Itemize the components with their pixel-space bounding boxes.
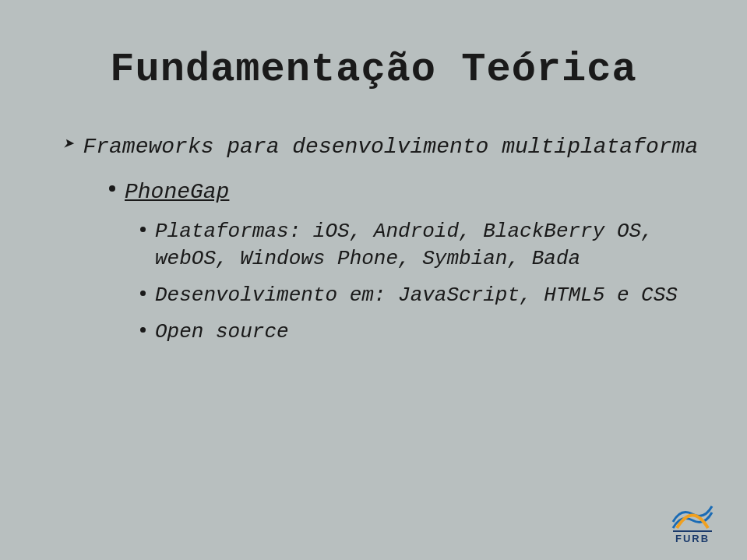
slide-title: Fundamentação Teórica xyxy=(47,47,700,93)
bullet-phonegap-text: PhoneGap xyxy=(125,178,229,207)
bullet-open-source-text: Open source xyxy=(155,319,289,346)
bullet-phonegap-marker xyxy=(109,185,115,192)
logo-text: FURB xyxy=(675,533,710,544)
bullet-desenvolvimento-marker xyxy=(140,291,146,296)
bullet-level1-marker: ➤ xyxy=(62,133,73,156)
bullet-plataformas-marker xyxy=(140,227,146,232)
sub-sub-section-phonegap: Plataformas: iOS, Android, BlackBerry OS… xyxy=(109,218,700,346)
bullet-level1-text: Frameworks para desenvolvimento multipla… xyxy=(83,132,698,162)
furb-logo: FURB xyxy=(661,498,724,544)
bullet-plataformas-text: Plataformas: iOS, Android, BlackBerry OS… xyxy=(155,218,700,273)
bullet-phonegap: PhoneGap xyxy=(109,178,700,207)
slide-content: ➤ Frameworks para desenvolvimento multip… xyxy=(47,132,700,346)
slide: Fundamentação Teórica ➤ Frameworks para … xyxy=(0,0,747,560)
bullet-desenvolvimento-text: Desenvolvimento em: JavaScript, HTML5 e … xyxy=(155,282,678,309)
sub-section-phonegap: PhoneGap Plataformas: iOS, Android, Blac… xyxy=(62,178,700,346)
bullet-plataformas: Plataformas: iOS, Android, BlackBerry OS… xyxy=(140,218,700,273)
bullet-level1-frameworks: ➤ Frameworks para desenvolvimento multip… xyxy=(62,132,700,162)
logo-graphic xyxy=(669,498,716,531)
bullet-open-source: Open source xyxy=(140,319,700,346)
bullet-desenvolvimento: Desenvolvimento em: JavaScript, HTML5 e … xyxy=(140,282,700,309)
bullet-open-source-marker xyxy=(140,327,146,333)
